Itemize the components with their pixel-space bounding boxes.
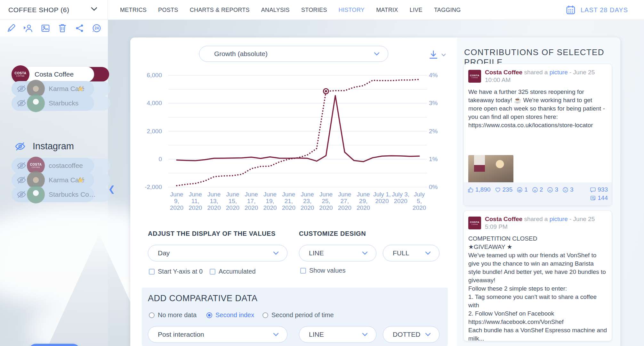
post-author[interactable]: Costa Coffee [485,216,522,222]
date-range-selector[interactable]: LAST 28 DAYS [566,0,628,20]
edit-pencil-icon[interactable] [5,22,17,34]
haha-icon [517,187,523,193]
post-media-type-link[interactable]: picture [550,69,568,76]
wow-stat: 2 [532,186,543,193]
interval-dropdown[interactable]: Day [148,245,287,261]
checkbox-icon [300,268,306,274]
post-action: shared a [524,216,548,222]
profile-name: Costa Coffee [35,70,74,78]
comparative-heading: ADD COMPARATIVE DATA [148,293,258,303]
no-more-data-radio[interactable]: No more data [149,311,197,319]
nav-stories[interactable]: STORIES [301,7,327,13]
likes-stat: 1,890 [468,186,491,193]
nav-matrix[interactable]: MATRIX [376,7,398,13]
profile-name: costacoffee [49,162,83,169]
design-type-dropdown[interactable]: LINE [299,245,376,261]
starbucks-logo [27,94,45,112]
show-values-checkbox[interactable]: Show values [300,267,345,274]
eye-hidden-icon[interactable] [17,85,26,93]
chevron-down-icon [425,333,431,336]
calendar-icon [566,5,576,15]
comparative-type-dropdown[interactable]: LINE [299,326,376,343]
post-body: COMPETITION CLOSED ★GIVEAWAY ★ We've tea… [464,233,612,346]
top-bar: COFFEE SHOP (6) METRICS POSTS CHARTS & R… [0,0,644,20]
nav-charts-reports[interactable]: CHARTS & REPORTS [190,7,250,13]
profile-row-karma-cafe-instagram[interactable]: Karma Café ★ [0,172,108,188]
workspace-label: COFFEE SHOP (6) [8,6,69,14]
comparative-metric-value: Post interaction [158,331,204,338]
profile-row-starbucks-facebook[interactable]: Starbucks [0,95,108,111]
second-index-radio[interactable]: Second index [206,311,254,319]
date-range-label: LAST 28 DAYS [581,6,628,14]
second-period-radio[interactable]: Second period of time [262,311,334,319]
chevron-down-icon [362,333,368,336]
chart-y-axis-right: 4%3%2%1%0% [429,75,451,187]
delete-trash-icon[interactable] [56,22,68,34]
main-nav: METRICS POSTS CHARTS & REPORTS ANALYSIS … [120,0,461,20]
checkbox-icon [149,269,155,275]
post-header: COSTACOFFEE Costa Coffee shared a pictur… [464,211,612,233]
post-stats: 1,890 235 1 2 3 3 [464,182,612,205]
metric-dropdown[interactable]: Growth (absolute) [199,46,388,62]
notes-icon [590,195,596,201]
growth-line-chart[interactable] [168,75,427,187]
download-button[interactable] [428,50,446,60]
nav-live[interactable]: LIVE [410,7,423,13]
profile-row-costa-coffee-facebook[interactable]: COSTACOFFEE Costa Coffee [0,66,108,82]
profile-name: Starbucks Coffe... [49,191,97,198]
eye-hidden-icon[interactable] [17,191,26,198]
accumulated-checkbox[interactable]: Accumulated [210,268,256,275]
costa-coffee-logo: COSTACOFFEE [468,217,481,229]
no-more-data-label: No more data [158,311,197,319]
eye-hidden-icon[interactable] [17,162,26,169]
accumulated-label: Accumulated [219,268,256,275]
sidebar: 24 Facebook COSTACOFFEE Costa Coffee [0,20,108,346]
profile-row-costacoffee-instagram[interactable]: COSTACOFFEE costacoffee [0,158,108,174]
add-profile-icon[interactable] [22,22,34,34]
post-card[interactable]: COSTACOFFEE Costa Coffee shared a pictur… [463,210,612,341]
favorite-star-icon[interactable]: ★ [77,175,84,185]
profile-row-karma-cafe-facebook[interactable]: Karma Café ★ [0,81,108,97]
comparative-style-value: DOTTED [393,331,420,338]
sad-icon [547,187,553,193]
nav-analysis[interactable]: ANALYSIS [261,7,290,13]
favorite-star-icon[interactable]: ★ [77,84,84,94]
design-type-value: LINE [309,249,324,257]
eye-hidden-icon[interactable] [17,176,26,184]
share-icon[interactable] [74,22,86,34]
costa-coffee-logo: COSTACOFFEE [468,70,481,83]
eye-hidden-icon[interactable] [15,142,26,151]
add-profile-button[interactable]: + PROFILE [29,344,80,346]
chevron-down-icon [441,54,446,57]
nav-tagging[interactable]: TAGGING [434,7,461,13]
chevron-down-icon [273,251,279,255]
second-period-label: Second period of time [271,311,334,319]
design-fill-dropdown[interactable]: FULL [383,245,439,261]
nav-metrics[interactable]: METRICS [120,7,147,13]
post-author[interactable]: Costa Coffee [485,69,522,76]
24h-clock-icon[interactable]: 24 [91,22,103,34]
customize-design-heading: CUSTOMIZE DESIGN [299,230,366,237]
profile-row-starbucks-instagram[interactable]: Starbucks Coffe... [0,186,108,202]
start-y-axis-checkbox[interactable]: Start Y-axis at 0 [149,268,203,275]
chevron-down-icon [374,52,380,56]
interval-dropdown-value: Day [158,249,170,257]
nav-posts[interactable]: POSTS [158,7,178,13]
nav-history[interactable]: HISTORY [339,7,365,13]
download-icon [428,50,439,60]
image-icon[interactable] [39,22,52,34]
svg-text:24: 24 [94,26,99,30]
metric-dropdown-value: Growth (absolute) [214,50,268,58]
eye-hidden-icon[interactable] [17,99,26,107]
design-fill-value: FULL [393,249,409,257]
workspace-selector[interactable]: COFFEE SHOP (6) [0,0,108,20]
chevron-down-icon [273,333,279,336]
comparative-metric-dropdown[interactable]: Post interaction [148,326,287,343]
collapse-sidebar-chevron[interactable]: ❮ [108,184,115,194]
angry-stat: 3 [562,186,574,193]
radio-icon [262,312,268,318]
profile-name: Starbucks [49,99,78,107]
post-media-type-link[interactable]: picture [550,216,568,222]
post-card[interactable]: COSTACOFFEE Costa Coffee shared a pictur… [463,64,612,206]
comparative-style-dropdown[interactable]: DOTTED [383,326,439,343]
